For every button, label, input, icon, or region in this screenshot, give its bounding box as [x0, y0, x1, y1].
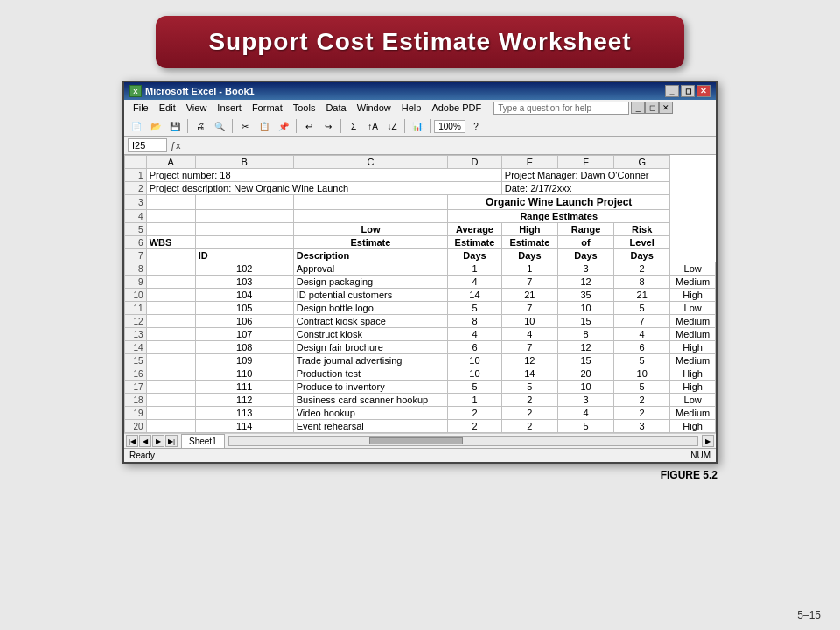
cell-c7[interactable]: Days — [448, 249, 502, 262]
toolbar-redo[interactable]: ↪ — [319, 118, 337, 134]
sheet-nav-first[interactable]: |◀ — [126, 435, 138, 447]
cell-d20[interactable]: 2 — [448, 420, 502, 433]
cell-a11[interactable] — [146, 302, 195, 315]
menu-view[interactable]: View — [181, 101, 213, 115]
cell-a2[interactable]: Project description: New Organic Wine La… — [146, 182, 501, 195]
cell-b12[interactable]: 106 — [195, 315, 293, 328]
cell-a3[interactable] — [146, 195, 195, 210]
cell-c13[interactable]: Construct kiosk — [293, 328, 447, 341]
menu-format[interactable]: Format — [247, 101, 288, 115]
toolbar-sort-desc[interactable]: ↓Z — [383, 118, 401, 134]
cell-a5[interactable] — [146, 223, 195, 236]
cell-f5[interactable]: Range — [557, 223, 613, 236]
cell-d13[interactable]: 4 — [448, 328, 502, 341]
cell-h13[interactable]: Medium — [670, 328, 716, 341]
cell-d19[interactable]: 2 — [448, 407, 502, 420]
cell-h14[interactable]: High — [670, 341, 716, 354]
cell-f20[interactable]: 5 — [557, 420, 613, 433]
cell-f15[interactable]: 15 — [557, 354, 613, 368]
cell-c3[interactable] — [293, 195, 447, 210]
cell-c4[interactable] — [293, 210, 447, 223]
cell-d17[interactable]: 5 — [448, 381, 502, 394]
cell-c12[interactable]: Contract kiosk space — [293, 315, 447, 328]
cell-b5[interactable] — [195, 223, 293, 236]
cell-c9[interactable]: Design packaging — [293, 276, 447, 289]
cell-f14[interactable]: 12 — [557, 341, 613, 354]
cell-c15[interactable]: Trade journal advertising — [293, 354, 447, 368]
cell-c6[interactable]: Estimate — [293, 236, 447, 249]
cell-d6[interactable]: Estimate — [448, 236, 502, 249]
cell-e20[interactable]: 2 — [501, 420, 557, 433]
toolbar-help[interactable]: ? — [467, 118, 485, 134]
cell-a20[interactable] — [146, 420, 195, 433]
cell-b7-desc[interactable]: Description — [293, 249, 447, 262]
cell-b4[interactable] — [195, 210, 293, 223]
cell-c17[interactable]: Produce to inventory — [293, 381, 447, 394]
name-box[interactable]: I25 — [128, 138, 167, 152]
cell-c8[interactable]: Approval — [293, 262, 447, 276]
toolbar-paste[interactable]: 📌 — [275, 118, 292, 134]
cell-c20[interactable]: Event rehearsal — [293, 420, 447, 433]
cell-g15[interactable]: 5 — [614, 354, 670, 368]
toolbar-copy[interactable]: 📋 — [256, 118, 273, 134]
cell-h19[interactable]: Medium — [670, 407, 716, 420]
toolbar-cut[interactable]: ✂ — [236, 118, 254, 134]
cell-d15[interactable]: 10 — [448, 354, 502, 368]
menu-data[interactable]: Data — [320, 101, 351, 115]
cell-g6[interactable]: Level — [614, 236, 670, 249]
cell-a19[interactable] — [146, 407, 195, 420]
cell-d12[interactable]: 8 — [448, 315, 502, 328]
col-header-a[interactable]: A — [146, 156, 195, 169]
col-header-b[interactable]: B — [195, 156, 293, 169]
col-header-f[interactable]: F — [557, 156, 613, 169]
cell-d18[interactable]: 1 — [448, 394, 502, 407]
cell-a18[interactable] — [146, 394, 195, 407]
cell-a9[interactable] — [146, 276, 195, 289]
cell-h12[interactable]: Medium — [670, 315, 716, 328]
cell-h18[interactable]: Low — [670, 394, 716, 407]
cell-f6[interactable]: of — [557, 236, 613, 249]
cell-b6[interactable] — [195, 236, 293, 249]
cell-e7[interactable]: Days — [557, 249, 613, 262]
cell-h17[interactable]: High — [670, 381, 716, 394]
cell-c10[interactable]: ID potential customers — [293, 289, 447, 302]
cell-e16[interactable]: 14 — [501, 368, 557, 381]
cell-b18[interactable]: 112 — [195, 394, 293, 407]
cell-a4[interactable] — [146, 210, 195, 223]
toolbar-save[interactable]: 💾 — [166, 118, 184, 134]
cell-e6[interactable]: Estimate — [501, 236, 557, 249]
cell-a15[interactable] — [146, 354, 195, 368]
cell-g14[interactable]: 6 — [614, 341, 670, 354]
cell-c19[interactable]: Video hookup — [293, 407, 447, 420]
cell-g16[interactable]: 10 — [614, 368, 670, 381]
cell-d10[interactable]: 14 — [448, 289, 502, 302]
cell-d11[interactable]: 5 — [448, 302, 502, 315]
cell-f9[interactable]: 12 — [557, 276, 613, 289]
cell-h16[interactable]: High — [670, 368, 716, 381]
cell-h8[interactable]: Low — [670, 262, 716, 276]
cell-e18[interactable]: 2 — [501, 394, 557, 407]
cell-b17[interactable]: 111 — [195, 381, 293, 394]
cell-a13[interactable] — [146, 328, 195, 341]
toolbar-undo[interactable]: ↩ — [300, 118, 318, 134]
cell-b14[interactable]: 108 — [195, 341, 293, 354]
cell-c14[interactable]: Design fair brochure — [293, 341, 447, 354]
horizontal-scrollbar[interactable] — [228, 436, 698, 446]
close-small[interactable]: ✕ — [659, 102, 673, 114]
cell-e10[interactable]: 21 — [501, 289, 557, 302]
cell-e2[interactable]: Date: 2/17/2xxx — [501, 182, 669, 195]
cell-g19[interactable]: 2 — [614, 407, 670, 420]
cell-f19[interactable]: 4 — [557, 407, 613, 420]
cell-g13[interactable]: 4 — [614, 328, 670, 341]
cell-b13[interactable]: 107 — [195, 328, 293, 341]
cell-d5[interactable]: Average — [448, 223, 502, 236]
cell-h9[interactable]: Medium — [670, 276, 716, 289]
menu-window[interactable]: Window — [352, 101, 396, 115]
restore-button[interactable]: ◻ — [681, 85, 695, 97]
sheet-tab-1[interactable]: Sheet1 — [181, 434, 225, 448]
sheet-nav-prev[interactable]: ◀ — [139, 435, 151, 447]
cell-e13[interactable]: 4 — [501, 328, 557, 341]
help-input[interactable]: Type a question for help — [494, 102, 629, 115]
cell-b16[interactable]: 110 — [195, 368, 293, 381]
restore-small[interactable]: ◻ — [645, 102, 659, 114]
